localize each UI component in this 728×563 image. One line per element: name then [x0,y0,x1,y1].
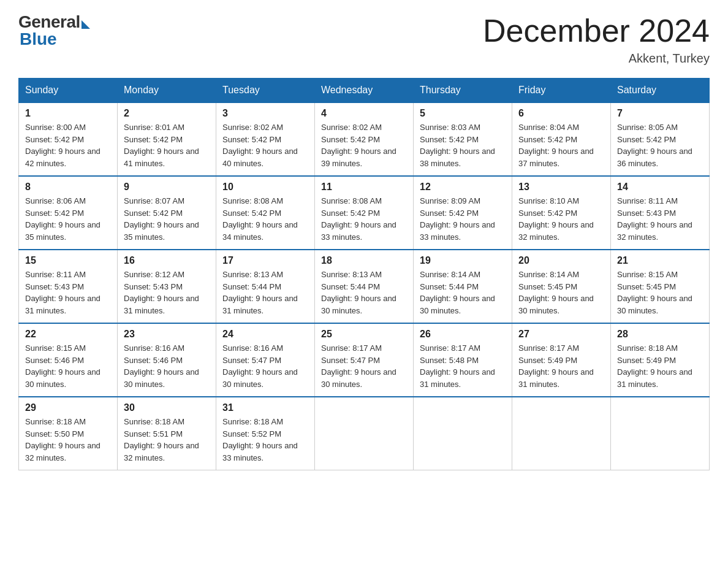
logo-blue-text: Blue [20,29,57,49]
sunset-label: Sunset: 5:42 PM [518,135,577,144]
month-title: December 2024 [483,12,710,49]
day-info: Sunrise: 8:18 AM Sunset: 5:52 PM Dayligh… [222,416,308,464]
sunset-label: Sunset: 5:47 PM [222,356,281,365]
day-number: 23 [124,329,210,340]
day-info: Sunrise: 8:14 AM Sunset: 5:45 PM Dayligh… [518,269,604,316]
sunset-label: Sunset: 5:42 PM [222,209,281,218]
calendar-cell: 26 Sunrise: 8:17 AM Sunset: 5:48 PM Dayl… [414,323,512,397]
daylight-label: Daylight: 9 hours and 32 minutes. [617,220,692,242]
calendar-cell: 16 Sunrise: 8:12 AM Sunset: 5:43 PM Dayl… [118,250,216,323]
day-number: 5 [420,108,506,119]
daylight-label: Daylight: 9 hours and 34 minutes. [222,220,298,242]
day-number: 30 [124,402,210,413]
day-number: 31 [222,402,308,413]
calendar-cell: 4 Sunrise: 8:02 AM Sunset: 5:42 PM Dayli… [315,102,414,176]
daylight-label: Daylight: 9 hours and 41 minutes. [124,147,199,168]
day-number: 14 [617,182,703,193]
calendar-cell: 12 Sunrise: 8:09 AM Sunset: 5:42 PM Dayl… [414,176,512,250]
sunrise-label: Sunrise: 8:16 AM [222,343,283,353]
day-number: 6 [518,108,604,119]
calendar-week-row: 8 Sunrise: 8:06 AM Sunset: 5:42 PM Dayli… [19,176,710,250]
sunset-label: Sunset: 5:42 PM [518,209,577,218]
daylight-label: Daylight: 9 hours and 30 minutes. [617,294,692,315]
day-number: 7 [617,108,703,119]
page-header: General Blue December 2024 Akkent, Turke… [18,12,710,66]
sunrise-label: Sunrise: 8:18 AM [617,343,678,353]
daylight-label: Daylight: 9 hours and 32 minutes. [518,220,594,242]
day-number: 12 [420,182,506,193]
logo: General Blue [18,12,90,49]
day-info: Sunrise: 8:01 AM Sunset: 5:42 PM Dayligh… [124,121,210,169]
calendar-header-friday: Friday [512,79,611,103]
daylight-label: Daylight: 9 hours and 31 minutes. [617,367,692,389]
daylight-label: Daylight: 9 hours and 30 minutes. [518,294,594,315]
sunset-label: Sunset: 5:42 PM [420,135,479,144]
calendar-cell [611,397,710,470]
calendar-cell: 22 Sunrise: 8:15 AM Sunset: 5:46 PM Dayl… [19,323,118,397]
calendar-cell: 21 Sunrise: 8:15 AM Sunset: 5:45 PM Dayl… [611,250,710,323]
daylight-label: Daylight: 9 hours and 31 minutes. [420,367,495,389]
day-info: Sunrise: 8:17 AM Sunset: 5:48 PM Dayligh… [420,342,506,390]
day-info: Sunrise: 8:12 AM Sunset: 5:43 PM Dayligh… [124,269,210,316]
calendar-cell: 24 Sunrise: 8:16 AM Sunset: 5:47 PM Dayl… [216,323,315,397]
sunrise-label: Sunrise: 8:01 AM [124,123,184,132]
day-info: Sunrise: 8:07 AM Sunset: 5:42 PM Dayligh… [124,195,210,243]
daylight-label: Daylight: 9 hours and 31 minutes. [25,294,100,315]
sunset-label: Sunset: 5:46 PM [124,356,183,365]
sunset-label: Sunset: 5:42 PM [222,135,281,144]
daylight-label: Daylight: 9 hours and 33 minutes. [222,441,298,462]
sunset-label: Sunset: 5:43 PM [617,209,676,218]
sunrise-label: Sunrise: 8:02 AM [222,123,283,132]
calendar-header-saturday: Saturday [611,79,710,103]
daylight-label: Daylight: 9 hours and 39 minutes. [321,147,396,168]
sunrise-label: Sunrise: 8:07 AM [124,196,184,205]
day-number: 10 [222,182,308,193]
calendar-header-tuesday: Tuesday [216,79,315,103]
sunset-label: Sunset: 5:52 PM [222,429,281,439]
sunset-label: Sunset: 5:48 PM [420,356,479,365]
calendar-cell: 11 Sunrise: 8:08 AM Sunset: 5:42 PM Dayl… [315,176,414,250]
sunrise-label: Sunrise: 8:15 AM [25,343,86,353]
daylight-label: Daylight: 9 hours and 37 minutes. [518,147,594,168]
calendar-cell: 2 Sunrise: 8:01 AM Sunset: 5:42 PM Dayli… [118,102,216,176]
day-number: 27 [518,329,604,340]
day-number: 2 [124,108,210,119]
day-number: 1 [25,108,111,119]
calendar-cell: 13 Sunrise: 8:10 AM Sunset: 5:42 PM Dayl… [512,176,611,250]
daylight-label: Daylight: 9 hours and 30 minutes. [222,367,298,389]
calendar-header-wednesday: Wednesday [315,79,414,103]
sunrise-label: Sunrise: 8:16 AM [124,343,184,353]
sunrise-label: Sunrise: 8:13 AM [222,270,283,279]
sunset-label: Sunset: 5:49 PM [617,356,676,365]
calendar-cell: 7 Sunrise: 8:05 AM Sunset: 5:42 PM Dayli… [611,102,710,176]
calendar-cell: 17 Sunrise: 8:13 AM Sunset: 5:44 PM Dayl… [216,250,315,323]
daylight-label: Daylight: 9 hours and 31 minutes. [124,294,199,315]
sunrise-label: Sunrise: 8:14 AM [518,270,579,279]
daylight-label: Daylight: 9 hours and 30 minutes. [420,294,495,315]
sunset-label: Sunset: 5:47 PM [321,356,380,365]
daylight-label: Daylight: 9 hours and 31 minutes. [518,367,594,389]
sunset-label: Sunset: 5:42 PM [124,209,183,218]
day-info: Sunrise: 8:11 AM Sunset: 5:43 PM Dayligh… [617,195,703,243]
calendar-header-row: SundayMondayTuesdayWednesdayThursdayFrid… [19,79,710,103]
daylight-label: Daylight: 9 hours and 32 minutes. [124,441,199,462]
sunset-label: Sunset: 5:42 PM [420,209,479,218]
day-info: Sunrise: 8:03 AM Sunset: 5:42 PM Dayligh… [420,121,506,169]
calendar-header-thursday: Thursday [414,79,512,103]
sunrise-label: Sunrise: 8:13 AM [321,270,382,279]
sunset-label: Sunset: 5:51 PM [124,429,183,439]
sunset-label: Sunset: 5:44 PM [420,282,479,291]
day-number: 18 [321,255,407,266]
sunrise-label: Sunrise: 8:06 AM [25,196,86,205]
sunrise-label: Sunrise: 8:08 AM [321,196,382,205]
sunset-label: Sunset: 5:42 PM [617,135,676,144]
sunset-label: Sunset: 5:42 PM [124,135,183,144]
day-number: 11 [321,182,407,193]
day-number: 4 [321,108,407,119]
sunrise-label: Sunrise: 8:17 AM [321,343,382,353]
day-info: Sunrise: 8:18 AM Sunset: 5:49 PM Dayligh… [617,342,703,390]
daylight-label: Daylight: 9 hours and 42 minutes. [25,147,100,168]
sunset-label: Sunset: 5:42 PM [321,209,380,218]
day-number: 3 [222,108,308,119]
day-info: Sunrise: 8:05 AM Sunset: 5:42 PM Dayligh… [617,121,703,169]
